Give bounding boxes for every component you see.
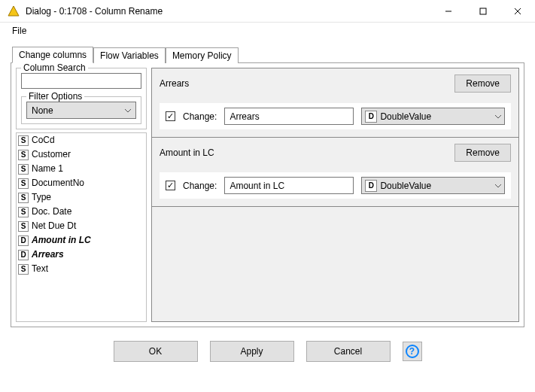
rename-block-header: ArrearsRemove — [160, 74, 511, 93]
rename-original-name: Arrears — [160, 78, 189, 89]
apply-button[interactable]: Apply — [210, 341, 294, 362]
column-label: Arrears — [32, 248, 64, 261]
tab-panel-change-columns: Column Search Filter Options None SCoCdS… — [11, 62, 524, 327]
column-label: Customer — [32, 148, 71, 161]
list-item[interactable]: SDocumentNo — [17, 176, 146, 190]
string-type-icon: S — [18, 135, 29, 146]
double-type-icon: D — [18, 236, 29, 246]
menu-file[interactable]: File — [8, 24, 31, 38]
ok-button[interactable]: OK — [114, 341, 198, 362]
filter-options-legend: Filter Options — [26, 91, 84, 102]
filter-options-selected: None — [32, 105, 53, 116]
tab-memory-policy[interactable]: Memory Policy — [166, 47, 239, 63]
minimize-button[interactable] — [431, 0, 466, 22]
svg-marker-0 — [8, 6, 19, 16]
type-select[interactable]: DDoubleValue — [361, 177, 505, 194]
tab-flow-variables[interactable]: Flow Variables — [93, 47, 166, 63]
change-label: Change: — [183, 111, 217, 122]
tab-change-columns[interactable]: Change columns — [12, 47, 93, 63]
list-item[interactable]: SName 1 — [17, 162, 146, 176]
app-icon — [8, 5, 20, 17]
column-search-group: Column Search Filter Options None — [16, 68, 147, 129]
change-checkbox[interactable] — [166, 181, 175, 190]
rename-block-header: Amount in LCRemove — [160, 144, 511, 162]
titlebar: Dialog - 0:1708 - Column Rename — [0, 0, 535, 23]
rename-block: ArrearsRemoveChange:ArrearsDDoubleValue — [151, 68, 519, 138]
menubar: File — [0, 23, 535, 38]
rename-row: Change:Amount in LCDDoubleValue — [160, 172, 511, 199]
cancel-button[interactable]: Cancel — [306, 341, 391, 362]
string-type-icon: S — [18, 178, 29, 189]
chevron-down-icon — [122, 106, 134, 114]
list-item[interactable]: DArrears — [17, 248, 146, 262]
change-label: Change: — [183, 181, 217, 191]
column-search-input[interactable] — [21, 73, 141, 89]
svg-rect-2 — [480, 8, 486, 14]
change-checkbox[interactable] — [166, 111, 175, 121]
chevron-down-icon — [492, 112, 504, 120]
list-item[interactable]: SNet Due Dt — [17, 219, 146, 233]
help-icon: ? — [406, 345, 419, 358]
list-item[interactable]: SCoCd — [17, 133, 146, 147]
column-list[interactable]: SCoCdSCustomerSName 1SDocumentNoSTypeSDo… — [16, 132, 147, 322]
window-controls — [431, 0, 535, 22]
new-name-input[interactable]: Arrears — [224, 108, 354, 125]
type-select-label: DoubleValue — [380, 181, 492, 191]
rename-original-name: Amount in LC — [160, 147, 214, 158]
list-item[interactable]: DAmount in LC — [17, 233, 146, 248]
type-select[interactable]: DDoubleValue — [361, 108, 505, 125]
column-label: Amount in LC — [32, 234, 91, 247]
column-label: Type — [32, 191, 51, 204]
column-label: CoCd — [32, 134, 55, 147]
string-type-icon: S — [18, 221, 29, 232]
content: Change columns Flow Variables Memory Pol… — [0, 38, 535, 368]
left-column: Column Search Filter Options None SCoCdS… — [16, 68, 147, 322]
column-search-legend: Column Search — [21, 62, 88, 73]
column-label: Name 1 — [32, 163, 63, 175]
close-button[interactable] — [500, 0, 535, 22]
dialog-buttons: OK Apply Cancel ? — [11, 341, 524, 362]
help-button[interactable]: ? — [403, 342, 422, 361]
window-title: Dialog - 0:1708 - Column Rename — [26, 6, 431, 17]
type-select-label: DoubleValue — [380, 111, 492, 122]
column-label: DocumentNo — [32, 177, 84, 190]
list-item[interactable]: SType — [17, 190, 146, 205]
tab-row: Change columns Flow Variables Memory Pol… — [11, 46, 524, 62]
list-item[interactable]: SCustomer — [17, 147, 146, 162]
chevron-down-icon — [492, 181, 504, 190]
filter-options-group: Filter Options None — [21, 96, 141, 124]
maximize-button[interactable] — [466, 0, 500, 22]
double-type-icon: D — [365, 111, 377, 123]
column-label: Net Due Dt — [32, 220, 76, 232]
remove-button[interactable]: Remove — [454, 144, 511, 162]
string-type-icon: S — [18, 164, 29, 175]
new-name-input[interactable]: Amount in LC — [224, 177, 354, 194]
string-type-icon: S — [18, 193, 29, 203]
list-item[interactable]: SDoc. Date — [17, 205, 146, 219]
remove-button[interactable]: Remove — [454, 74, 511, 93]
string-type-icon: S — [18, 207, 29, 217]
string-type-icon: S — [18, 150, 29, 160]
string-type-icon: S — [18, 264, 29, 275]
filter-options-select[interactable]: None — [26, 102, 136, 119]
column-label: Text — [32, 263, 48, 275]
rename-block: Amount in LCRemoveChange:Amount in LCDDo… — [151, 137, 519, 207]
column-label: Doc. Date — [32, 205, 71, 218]
double-type-icon: D — [18, 250, 29, 260]
rename-row: Change:ArrearsDDoubleValue — [160, 103, 511, 129]
double-type-icon: D — [365, 180, 377, 192]
list-item[interactable]: SText — [17, 262, 146, 276]
rename-panel: ArrearsRemoveChange:ArrearsDDoubleValueA… — [151, 68, 519, 322]
